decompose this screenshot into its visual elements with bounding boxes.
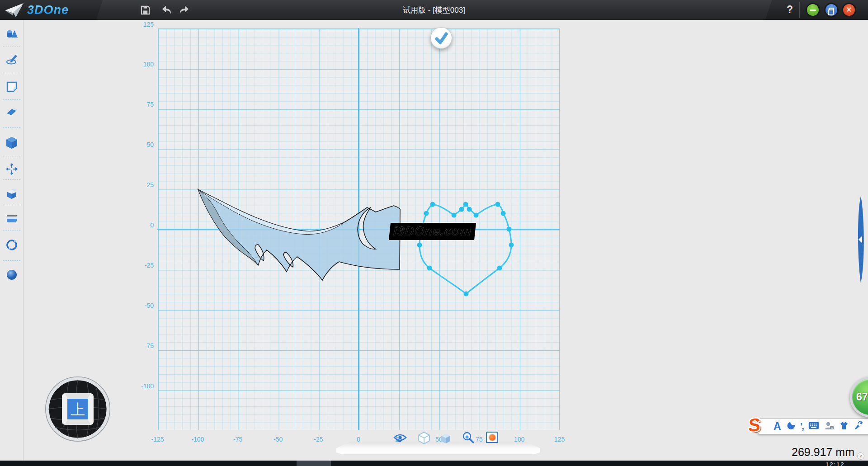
axis-tick-label: -75	[127, 342, 154, 349]
keyboard-icon	[808, 422, 819, 429]
sphere-icon	[6, 269, 18, 281]
section-bars-icon	[5, 213, 18, 224]
axis-tick-label: -100	[184, 436, 211, 443]
minimize-button[interactable]	[806, 3, 820, 17]
rail-separator	[3, 179, 20, 180]
axis-tick-label: -100	[127, 382, 154, 390]
wireframe-cube-icon	[418, 432, 430, 444]
axis-tick-label: -50	[127, 302, 154, 309]
restore-button[interactable]	[824, 3, 839, 17]
ime-moon-button[interactable]	[786, 421, 795, 432]
watermark-text: i3DOne.com	[392, 224, 472, 239]
restore-icon	[829, 8, 834, 13]
tool-combine-box[interactable]	[0, 184, 24, 202]
ime-skin-button[interactable]	[839, 421, 849, 432]
close-button[interactable]: ✕	[842, 3, 856, 17]
render-mode-icon	[489, 434, 495, 441]
solids-icon	[5, 28, 18, 39]
tool-sketch-plane[interactable]	[0, 78, 24, 96]
rail-separator	[3, 47, 20, 47]
view-cube-face-label: 上	[71, 401, 85, 418]
save-button[interactable]	[138, 4, 152, 16]
undo-button[interactable]	[160, 4, 174, 16]
ime-sogou-logo[interactable]: S	[747, 414, 761, 436]
shaded-cube-icon	[439, 433, 452, 444]
ime-punctuation-button[interactable]: ’,	[800, 421, 803, 432]
axis-tick-label: -50	[264, 436, 292, 443]
rail-separator	[3, 127, 20, 128]
view-cube-bevel-bottom	[65, 420, 91, 425]
view-cube[interactable]: 上	[44, 375, 112, 443]
zoom-button[interactable]	[462, 431, 475, 446]
axis-tick-label: 125	[127, 21, 154, 28]
view-toolbar-shelf	[336, 442, 540, 454]
moon-icon	[785, 420, 796, 431]
account-icon: S	[824, 421, 834, 430]
view-cube-bevel-top	[65, 393, 91, 398]
watermark: i3DOne.com	[389, 223, 476, 240]
help-button[interactable]: ?	[783, 4, 797, 16]
tool-section-bars[interactable]	[0, 209, 24, 227]
app-logo-text: 3DOne	[27, 3, 69, 17]
redo-button[interactable]	[177, 4, 191, 16]
sketch-plane-icon	[6, 81, 18, 93]
ime-toolbox-button[interactable]	[854, 421, 863, 432]
ime-account-button[interactable]: S	[824, 421, 834, 432]
rail-separator	[3, 73, 20, 73]
axis-tick-label: 25	[127, 181, 154, 188]
measurement-dropdown[interactable]: ∨	[857, 452, 864, 460]
move-arrows-icon	[5, 163, 18, 175]
render-mode-button[interactable]	[486, 432, 498, 443]
tool-rail	[0, 20, 24, 461]
save-icon	[140, 5, 151, 15]
axis-tick-label: 0	[127, 221, 154, 229]
undo-icon	[161, 5, 173, 15]
visibility-button[interactable]	[393, 433, 407, 444]
taskbar-app-button[interactable]	[297, 461, 331, 466]
ime-english-toggle[interactable]: A	[774, 420, 781, 433]
cube-icon	[6, 137, 18, 149]
tool-material-sphere[interactable]	[0, 266, 24, 284]
minimize-icon	[810, 9, 816, 11]
axis-tick-label: 125	[546, 436, 573, 443]
axis-tick-label: -125	[144, 436, 171, 443]
tool-ring[interactable]	[0, 236, 24, 254]
window-title: 试用版 - [模型003]	[0, 0, 868, 20]
app-logo: 3DOne	[5, 2, 69, 18]
rail-separator	[3, 99, 20, 100]
ime-toolbar: A ’, S	[758, 419, 868, 434]
wireframe-view-button[interactable]	[418, 432, 430, 446]
confirm-check-button[interactable]	[430, 27, 452, 49]
tshirt-icon	[839, 421, 849, 430]
sketch-canvas[interactable]: 1251007550250-25-50-75-100-125-100-75-50…	[24, 20, 868, 461]
measurement-readout: 269.917 mm	[705, 446, 854, 459]
x-axis-line	[157, 229, 560, 230]
taskbar-clock: 12:12	[826, 461, 845, 466]
open-box-icon	[5, 188, 18, 199]
tool-basic-solids[interactable]	[0, 25, 24, 43]
tool-move[interactable]	[0, 160, 24, 178]
tool-sketch-edit[interactable]	[0, 103, 24, 121]
taskbar: 12:12	[0, 461, 868, 466]
eye-icon	[393, 433, 407, 442]
eraser-icon	[5, 107, 18, 117]
svg-text:S: S	[831, 426, 833, 429]
right-panel-toggle[interactable]	[854, 195, 866, 284]
rail-separator	[3, 156, 20, 156]
tool-sketch-draw[interactable]	[0, 50, 24, 68]
titlebar-separator	[799, 2, 800, 18]
rail-separator	[3, 260, 20, 261]
check-icon	[431, 28, 452, 48]
tool-feature-cube[interactable]	[0, 134, 24, 152]
titlebar: 试用版 - [模型003] 3DOne ?	[0, 0, 868, 20]
pencil-icon	[5, 53, 18, 65]
shaded-view-button[interactable]	[439, 433, 452, 446]
wrench-icon	[854, 421, 863, 430]
axis-tick-label: 100	[127, 61, 154, 68]
redo-icon	[178, 5, 190, 15]
ime-keyboard-button[interactable]	[808, 422, 819, 431]
close-icon: ✕	[846, 6, 852, 14]
ring-icon	[5, 239, 18, 251]
badge-count: 67	[856, 391, 868, 403]
axis-tick-label: 75	[127, 101, 154, 108]
